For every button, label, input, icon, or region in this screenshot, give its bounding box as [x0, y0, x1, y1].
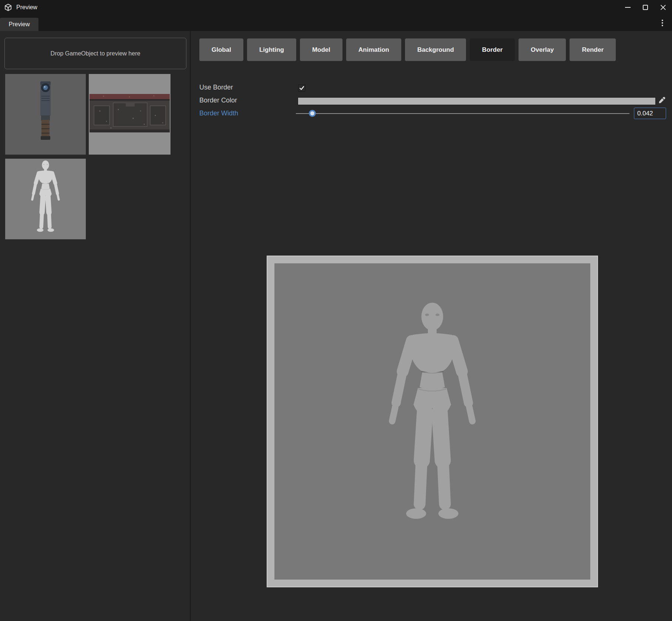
close-button[interactable]: [654, 0, 672, 15]
preview-canvas[interactable]: [274, 263, 590, 580]
border-color-swatch[interactable]: [298, 98, 655, 105]
tab-preview[interactable]: Preview: [0, 18, 38, 31]
close-icon: [660, 4, 666, 10]
border-width-slider-handle[interactable]: [309, 110, 316, 117]
border-color-label: Border Color: [199, 97, 237, 104]
left-panel: Drop GameObject to preview here: [0, 31, 191, 621]
minimize-icon: [625, 7, 631, 8]
crate-icon: [89, 74, 170, 155]
thumbnail-crate[interactable]: [89, 74, 170, 155]
toolbar-button-render[interactable]: Render: [570, 38, 616, 61]
maximize-button[interactable]: [636, 0, 654, 15]
border-width-input[interactable]: [634, 108, 666, 119]
minimize-button[interactable]: [619, 0, 636, 15]
toolbar-button-animation[interactable]: Animation: [346, 38, 401, 61]
preview-frame: [267, 256, 598, 587]
eyedropper-icon: [658, 96, 666, 105]
toolbar-button-border[interactable]: Border: [470, 38, 515, 61]
eyedropper-button[interactable]: [658, 96, 666, 105]
tab-strip: Preview: [0, 15, 672, 31]
toolbar-button-model[interactable]: Model: [300, 38, 342, 61]
drop-zone-label: Drop GameObject to preview here: [51, 50, 141, 57]
toolbar-button-lighting[interactable]: Lighting: [247, 38, 296, 61]
thumbnail-pistol[interactable]: [5, 74, 86, 155]
pistol-icon: [5, 74, 86, 155]
border-width-label: Border Width: [199, 109, 238, 117]
gameobject-drop-zone[interactable]: Drop GameObject to preview here: [4, 38, 186, 69]
toolbar-button-global[interactable]: Global: [199, 38, 243, 61]
toolbar-button-overlay[interactable]: Overlay: [519, 38, 566, 61]
preview-window: Preview Preview Drop GameObject to previ…: [0, 0, 672, 621]
unity-logo-icon: [4, 3, 13, 12]
use-border-checkbox[interactable]: [298, 84, 305, 92]
menu-kebab-icon[interactable]: [657, 18, 668, 28]
preview-settings-toolbar: Global Lighting Model Animation Backgrou…: [199, 38, 616, 61]
border-width-slider[interactable]: [296, 109, 629, 118]
slider-track[interactable]: [296, 113, 629, 114]
use-border-label: Use Border: [199, 84, 233, 91]
toolbar-button-background[interactable]: Background: [405, 38, 466, 61]
thumbnail-mannequin[interactable]: [5, 159, 86, 239]
maximize-icon: [643, 5, 648, 10]
window-title: Preview: [16, 4, 37, 11]
mannequin-small-icon: [5, 159, 86, 239]
mannequin-figure: [367, 297, 498, 541]
title-bar: Preview: [0, 0, 672, 15]
checkmark-icon: [299, 85, 304, 91]
